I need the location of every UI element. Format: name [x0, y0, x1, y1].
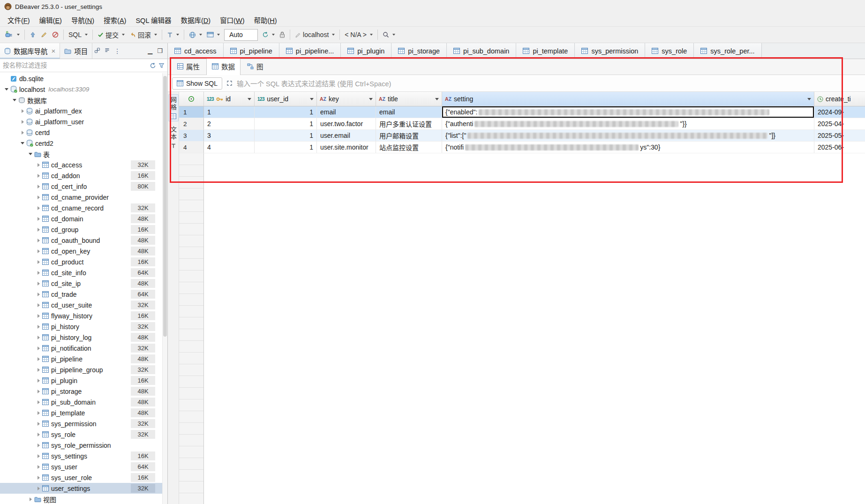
link-editor-icon[interactable] — [92, 47, 102, 55]
tree-arrow-icon[interactable] — [35, 368, 42, 372]
globe-button[interactable] — [187, 29, 204, 41]
tree-item-sys_role[interactable]: sys_role32K — [0, 429, 167, 440]
editor-tab-sys_role_per[interactable]: sys_role_per... — [694, 43, 761, 59]
tree-item-pi_notification[interactable]: pi_notification32K — [0, 343, 167, 354]
refresh-button[interactable] — [260, 29, 277, 41]
row-number-cell[interactable]: 4 — [179, 142, 204, 153]
tree-arrow-icon[interactable] — [35, 271, 42, 275]
column-filter-icon[interactable] — [807, 98, 811, 100]
tree-item-cd_access[interactable]: cd_access32K — [0, 159, 167, 170]
column-header-id[interactable]: 123id — [204, 92, 255, 106]
tree-item-pi_history[interactable]: pi_history32K — [0, 321, 167, 332]
grid-row[interactable]: 441user.site.monitor站点监控设置{"notifiys":30… — [179, 142, 865, 153]
tree-arrow-icon[interactable] — [35, 282, 42, 286]
tree-item-pi_template[interactable]: pi_template48K — [0, 407, 167, 418]
tree-item-cd_oauth_bound[interactable]: cd_oauth_bound48K — [0, 235, 167, 246]
tree-arrow-icon[interactable] — [19, 142, 26, 144]
tree-item-pi_storage[interactable]: pi_storage48K — [0, 386, 167, 397]
row-number-cell[interactable]: 3 — [179, 130, 204, 142]
result-tab-属性[interactable]: 属性 — [172, 58, 205, 75]
tree-item-cd_product[interactable]: cd_product16K — [0, 256, 167, 267]
tree-item-sys_user[interactable]: sys_user64K — [0, 461, 167, 472]
menu-item-4[interactable]: SQL 编辑器 — [131, 13, 176, 27]
grid-cell-id[interactable]: 3 — [204, 130, 255, 142]
tree-arrow-icon[interactable] — [35, 487, 42, 490]
grid-cell-id[interactable]: 1 — [204, 106, 255, 118]
tab-database-navigator[interactable]: 数据库导航 × — [0, 43, 60, 59]
column-filter-icon[interactable] — [248, 98, 251, 100]
tree-item-cd_group[interactable]: cd_group16K — [0, 224, 167, 235]
grid-cell-user_id[interactable]: 1 — [255, 142, 317, 153]
tree-arrow-icon[interactable] — [35, 163, 42, 167]
row-selector-header[interactable] — [179, 92, 204, 106]
tree-item-flyway_history[interactable]: flyway_history16K — [0, 310, 167, 321]
menu-item-3[interactable]: 搜索(A) — [99, 13, 131, 27]
tree-item-cd_addon[interactable]: cd_addon16K — [0, 170, 167, 181]
tree-arrow-icon[interactable] — [35, 303, 42, 307]
active-schema-selector[interactable]: < N/A > — [342, 29, 375, 41]
editor-tab-pi_template[interactable]: pi_template — [516, 43, 575, 59]
tree-item-pi_pipeline[interactable]: pi_pipeline48K — [0, 354, 167, 364]
grid-cell-setting[interactable]: {"list":[""]} — [442, 130, 814, 142]
grid-cell-setting[interactable]: {"authenti"}} — [442, 118, 814, 130]
rollback-button[interactable]: 回滚 — [127, 29, 159, 41]
tab-projects[interactable]: 项目 — [60, 43, 92, 59]
tree-arrow-icon[interactable] — [19, 120, 26, 124]
tree-arrow-icon[interactable] — [35, 454, 42, 458]
commit-mode-selector[interactable]: Auto — [224, 29, 258, 41]
grid-cell-create[interactable]: 2025-04- — [814, 118, 865, 130]
show-sql-button[interactable]: Show SQL — [172, 77, 222, 90]
editor-tab-pi_sub_domain[interactable]: pi_sub_domain — [447, 43, 516, 59]
view-menu-icon[interactable]: ⋮ — [112, 47, 122, 55]
grid-cell-title[interactable]: 站点监控设置 — [376, 142, 442, 153]
editor-tab-pi_pipeline[interactable]: pi_pipeline... — [279, 43, 341, 59]
tree-item-sys_permission[interactable]: sys_permission32K — [0, 418, 167, 429]
tree-item-cd_site_ip[interactable]: cd_site_ip48K — [0, 278, 167, 289]
tree-item-表[interactable]: 表 — [0, 149, 167, 159]
tree-arrow-icon[interactable] — [35, 411, 42, 415]
tree-arrow-icon[interactable] — [35, 249, 42, 253]
tree-arrow-icon[interactable] — [35, 185, 42, 188]
tree-item-cd_domain[interactable]: cd_domain48K — [0, 213, 167, 224]
grid-cell-key[interactable]: user.site.monitor — [317, 142, 376, 153]
row-number-cell[interactable]: 2 — [179, 118, 204, 130]
tree-arrow-icon[interactable] — [35, 293, 42, 296]
grid-cell-create[interactable]: 2024-09- — [814, 106, 865, 118]
column-header-title[interactable]: AZtitle — [376, 92, 442, 106]
tree-arrow-icon[interactable] — [35, 325, 42, 329]
toolbar-upload-button[interactable] — [27, 29, 38, 41]
tree-arrow-icon[interactable] — [19, 109, 26, 113]
toolbar-edit-button[interactable] — [38, 29, 50, 41]
tree-item-db.sqlite[interactable]: db.sqlite — [0, 73, 167, 84]
grid-cell-key[interactable]: user.email — [317, 130, 376, 142]
tree-item-sys_user_role[interactable]: sys_user_role16K — [0, 472, 167, 483]
grid-row[interactable]: 331user.email用户邮箱设置{"list":[""]}2025-05- — [179, 130, 865, 142]
tree-item-cd_cert_info[interactable]: cd_cert_info80K — [0, 181, 167, 192]
grid-cell-key[interactable]: email — [317, 106, 376, 118]
tree-arrow-icon[interactable] — [35, 422, 42, 426]
column-header-create[interactable]: create_ti — [814, 92, 865, 106]
tree-arrow-icon[interactable] — [11, 99, 18, 101]
menu-item-0[interactable]: 文件(F) — [3, 13, 35, 27]
grid-cell-create[interactable]: 2025-06- — [814, 142, 865, 153]
sql-editor-menu-button[interactable]: SQL — [66, 29, 90, 41]
tree-arrow-icon[interactable] — [35, 314, 42, 318]
tree-arrow-icon[interactable] — [35, 346, 42, 350]
grid-row[interactable]: 111emailemail{"enabled":2024-09- — [179, 106, 865, 118]
column-filter-icon[interactable] — [310, 98, 314, 100]
tree-item-视图[interactable]: 视图 — [0, 494, 167, 504]
result-tab-数据[interactable]: 数据 — [206, 58, 241, 75]
column-header-user_id[interactable]: 123user_id — [255, 92, 317, 106]
grid-cell-create[interactable]: 2025-05- — [814, 130, 865, 142]
tree-arrow-icon[interactable] — [27, 497, 34, 501]
maximize-icon[interactable]: ❒ — [157, 47, 163, 54]
tree-arrow-icon[interactable] — [35, 433, 42, 436]
tree-arrow-icon[interactable] — [3, 88, 10, 90]
column-header-setting[interactable]: AZsetting — [442, 92, 814, 106]
tree-item-数据库[interactable]: 数据库 — [0, 95, 167, 105]
toolbar-cancel-button[interactable] — [50, 29, 61, 41]
tree-item-certd[interactable]: certd — [0, 127, 167, 138]
tree-arrow-icon[interactable] — [35, 336, 42, 339]
scrollbar-thumb[interactable] — [163, 76, 167, 337]
editor-tab-pi_plugin[interactable]: pi_plugin — [341, 43, 391, 59]
